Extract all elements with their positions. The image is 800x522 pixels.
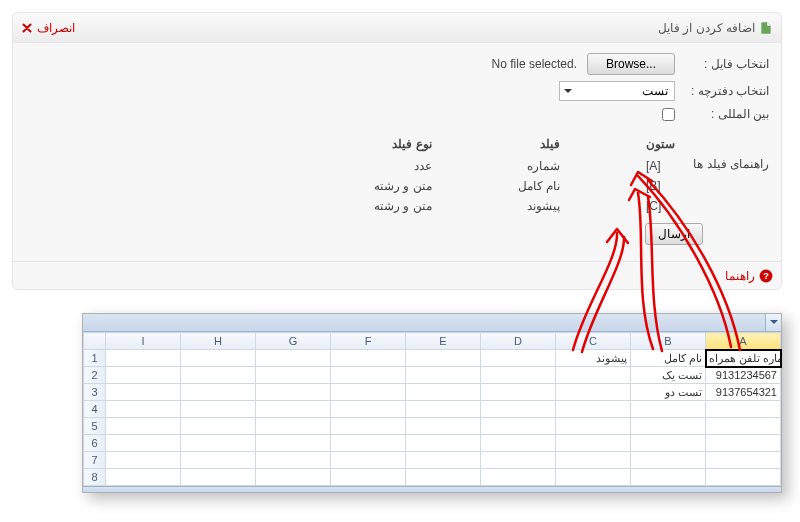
cell[interactable] <box>481 401 556 418</box>
cell[interactable] <box>406 401 481 418</box>
cell[interactable] <box>181 367 256 384</box>
phonebook-select[interactable] <box>559 81 675 101</box>
cell[interactable] <box>256 350 331 367</box>
row-header[interactable]: 4 <box>84 401 106 418</box>
cell[interactable] <box>106 469 181 486</box>
cell[interactable] <box>256 469 331 486</box>
international-checkbox[interactable] <box>662 108 675 121</box>
cell[interactable] <box>481 469 556 486</box>
cell[interactable] <box>631 435 706 452</box>
cell[interactable] <box>406 435 481 452</box>
cell[interactable] <box>481 435 556 452</box>
cell[interactable] <box>706 469 781 486</box>
cell[interactable] <box>481 452 556 469</box>
cell[interactable] <box>406 469 481 486</box>
cell[interactable] <box>481 367 556 384</box>
table-row: 2تست یک9131234567 <box>84 367 781 384</box>
col-header-b[interactable]: B <box>631 333 706 350</box>
row-header[interactable]: 5 <box>84 418 106 435</box>
col-header-h[interactable]: H <box>181 333 256 350</box>
cell[interactable] <box>181 469 256 486</box>
cell[interactable] <box>406 418 481 435</box>
sheet-table[interactable]: I H G F E D C B A 1پیشوندنام کاملشماره ت… <box>83 332 781 486</box>
cell[interactable] <box>706 435 781 452</box>
row-header[interactable]: 6 <box>84 435 106 452</box>
cell[interactable] <box>181 350 256 367</box>
row-header[interactable]: 8 <box>84 469 106 486</box>
cancel-button[interactable]: انصراف <box>21 21 75 35</box>
cell[interactable] <box>181 452 256 469</box>
cell[interactable] <box>106 367 181 384</box>
cell[interactable] <box>406 452 481 469</box>
cell[interactable] <box>256 452 331 469</box>
cell[interactable] <box>406 350 481 367</box>
cell[interactable] <box>481 418 556 435</box>
cell[interactable] <box>256 418 331 435</box>
cell[interactable]: نام کامل <box>631 350 706 367</box>
col-header-c[interactable]: C <box>556 333 631 350</box>
cell[interactable]: تست دو <box>631 384 706 401</box>
cell[interactable] <box>331 435 406 452</box>
cell[interactable] <box>631 469 706 486</box>
cell[interactable] <box>556 469 631 486</box>
cell[interactable] <box>256 401 331 418</box>
cell[interactable] <box>181 435 256 452</box>
cell[interactable] <box>181 401 256 418</box>
cell[interactable] <box>106 452 181 469</box>
cell[interactable] <box>631 401 706 418</box>
cell[interactable] <box>631 452 706 469</box>
cell[interactable] <box>106 350 181 367</box>
cell[interactable] <box>256 384 331 401</box>
sheet-dropdown-button[interactable] <box>765 314 781 331</box>
col-header-d[interactable]: D <box>481 333 556 350</box>
row-header[interactable]: 2 <box>84 367 106 384</box>
cell[interactable] <box>106 401 181 418</box>
row-header[interactable]: 7 <box>84 452 106 469</box>
cell[interactable] <box>556 384 631 401</box>
cell[interactable] <box>706 401 781 418</box>
browse-button[interactable]: Browse... <box>587 53 675 75</box>
cancel-label: انصراف <box>37 21 75 35</box>
table-row: 8 <box>84 469 781 486</box>
row-header[interactable]: 1 <box>84 350 106 367</box>
cell[interactable] <box>406 367 481 384</box>
cell[interactable] <box>706 452 781 469</box>
cell[interactable] <box>556 367 631 384</box>
cell[interactable]: 9137654321 <box>706 384 781 401</box>
cell[interactable] <box>631 418 706 435</box>
row-header[interactable]: 3 <box>84 384 106 401</box>
cell[interactable] <box>556 435 631 452</box>
send-button[interactable]: ارسال <box>645 223 703 245</box>
cell[interactable] <box>181 384 256 401</box>
cell[interactable] <box>331 384 406 401</box>
help-button[interactable]: ? راهنما <box>725 269 773 283</box>
cell[interactable] <box>106 418 181 435</box>
cell[interactable] <box>331 401 406 418</box>
cell[interactable] <box>331 350 406 367</box>
col-header-e[interactable]: E <box>406 333 481 350</box>
cell[interactable]: تست یک <box>631 367 706 384</box>
cell[interactable] <box>256 435 331 452</box>
cell[interactable] <box>331 367 406 384</box>
cell[interactable] <box>181 418 256 435</box>
cell[interactable] <box>556 452 631 469</box>
cell[interactable] <box>406 384 481 401</box>
cell[interactable] <box>106 435 181 452</box>
col-header-i[interactable]: I <box>106 333 181 350</box>
cell[interactable] <box>331 418 406 435</box>
cell[interactable] <box>556 418 631 435</box>
cell[interactable] <box>256 367 331 384</box>
col-header-g[interactable]: G <box>256 333 331 350</box>
cell[interactable] <box>106 384 181 401</box>
cell[interactable] <box>481 384 556 401</box>
cell[interactable] <box>706 418 781 435</box>
cell[interactable] <box>556 401 631 418</box>
cell[interactable] <box>331 452 406 469</box>
cell[interactable] <box>481 350 556 367</box>
cell[interactable]: پیشوند <box>556 350 631 367</box>
cell[interactable]: شماره تلفن همراه <box>706 350 781 367</box>
cell[interactable] <box>331 469 406 486</box>
cell[interactable]: 9131234567 <box>706 367 781 384</box>
col-header-f[interactable]: F <box>331 333 406 350</box>
col-header-a[interactable]: A <box>706 333 781 350</box>
